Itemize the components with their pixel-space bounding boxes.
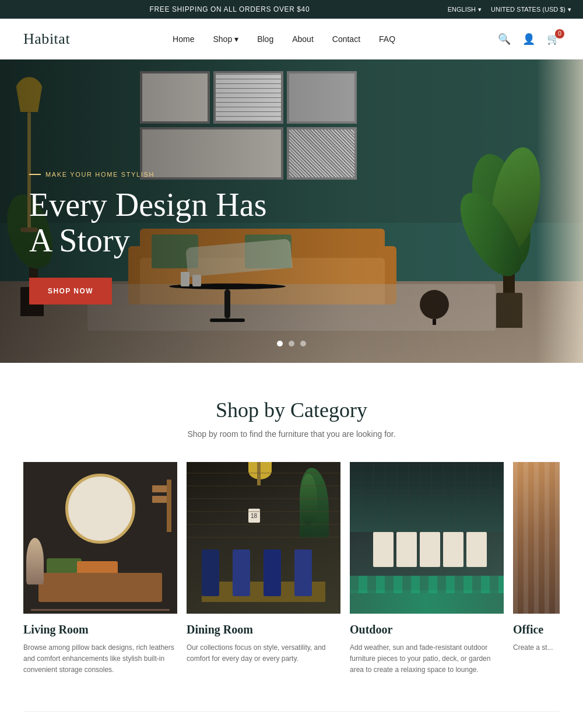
currency-chevron-icon: ▾ <box>568 6 571 13</box>
language-chevron-icon: ▾ <box>478 6 482 13</box>
nav-shop[interactable]: Shop ▾ <box>213 34 238 44</box>
top-bar: FREE SHIPPING ON ALL ORDERS OVER $40 ENG… <box>0 0 583 19</box>
category-image-outdoor <box>350 462 504 614</box>
shop-chevron-icon: ▾ <box>234 34 238 44</box>
hero-section: MAKE YOUR HOME STYLISH Every Design Has … <box>0 60 583 363</box>
category-name-office: Office <box>513 623 560 636</box>
category-section-title: Shop by Category <box>23 398 560 422</box>
main-nav: Home Shop ▾ Blog About Contact FAQ <box>173 34 395 44</box>
hero-subtitle: MAKE YOUR HOME STYLISH <box>29 171 286 178</box>
category-image-living-room <box>23 462 177 614</box>
category-grid: Living Room Browse among pillow back des… <box>23 462 560 676</box>
category-section-subtitle: Shop by room to find the furniture that … <box>23 429 560 439</box>
nav-about[interactable]: About <box>292 34 314 44</box>
hero-dot-1[interactable] <box>277 341 283 346</box>
top-bar-right: ENGLISH ▾ UNITED STATES (USD $) ▾ <box>448 6 571 13</box>
category-card-outdoor[interactable]: Outdoor Add weather, sun and fade-resist… <box>350 462 504 676</box>
shop-now-button[interactable]: SHOP NOW <box>29 278 112 304</box>
nav-home[interactable]: Home <box>173 34 194 44</box>
category-name-dining-room: Dining Room <box>187 623 340 636</box>
category-card-office[interactable]: Office Create a st... <box>513 462 560 676</box>
brands-section: ® JARDAN vitra. Allermuir MOROSO™ FortyW… <box>0 712 583 728</box>
hero-content: MAKE YOUR HOME STYLISH Every Design Has … <box>29 171 286 304</box>
user-icon[interactable]: 👤 <box>522 33 535 46</box>
section-header: Shop by Category Shop by room to find th… <box>23 398 560 439</box>
hero-dot-3[interactable] <box>300 341 306 346</box>
site-logo[interactable]: Habitat <box>23 30 70 48</box>
hero-dots <box>277 341 306 346</box>
nav-faq[interactable]: FAQ <box>379 34 395 44</box>
category-card-living-room[interactable]: Living Room Browse among pillow back des… <box>23 462 177 676</box>
language-selector[interactable]: ENGLISH ▾ <box>448 6 482 13</box>
header-icons: 🔍 👤 🛒 0 <box>498 33 560 46</box>
currency-selector[interactable]: UNITED STATES (USD $) ▾ <box>491 6 571 13</box>
category-image-office <box>513 462 560 614</box>
category-name-outdoor: Outdoor <box>350 623 504 636</box>
cart-button[interactable]: 🛒 0 <box>547 33 560 46</box>
header: Habitat Home Shop ▾ Blog About Contact F… <box>0 19 583 60</box>
category-name-living-room: Living Room <box>23 623 177 636</box>
category-desc-outdoor: Add weather, sun and fade-resistant outd… <box>350 642 504 676</box>
hero-dot-2[interactable] <box>289 341 294 346</box>
cart-badge: 0 <box>555 29 564 38</box>
shop-by-category-section: Shop by Category Shop by room to find th… <box>0 363 583 711</box>
category-desc-living-room: Browse among pillow back designs, rich l… <box>23 642 177 676</box>
category-image-dining-room: 18 <box>187 462 340 614</box>
category-desc-dining-room: Our collections focus on style, versatil… <box>187 642 340 664</box>
hero-title: Every Design Has A Story <box>29 187 286 259</box>
category-card-dining-room[interactable]: 18 Dining Room Our collections focus on … <box>187 462 340 676</box>
nav-blog[interactable]: Blog <box>257 34 273 44</box>
shipping-notice: FREE SHIPPING ON ALL ORDERS OVER $40 <box>12 5 448 13</box>
search-icon[interactable]: 🔍 <box>498 33 511 46</box>
category-desc-office: Create a st... <box>513 642 560 653</box>
nav-contact[interactable]: Contact <box>332 34 360 44</box>
